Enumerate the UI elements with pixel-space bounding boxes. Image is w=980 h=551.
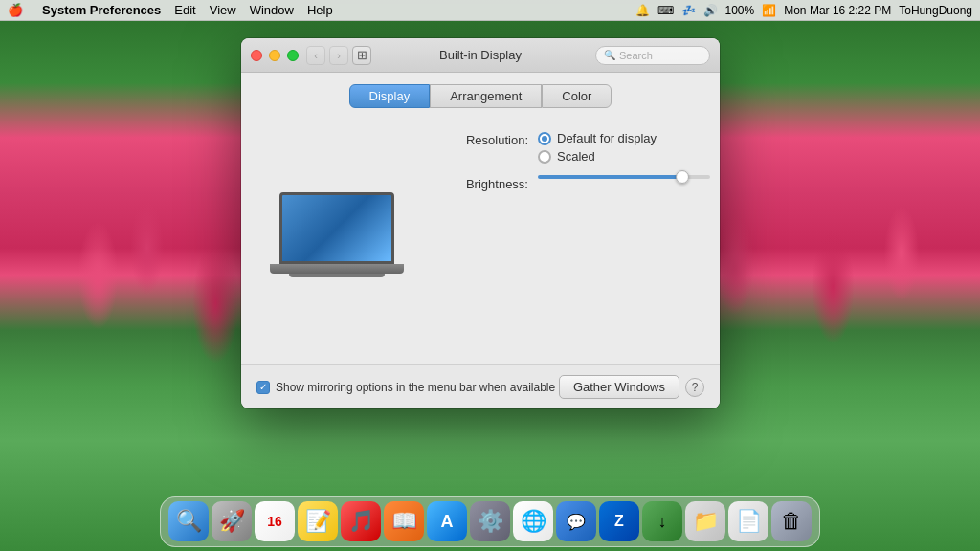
resolution-scaled[interactable]: Scaled: [538, 149, 657, 164]
search-placeholder: Search: [619, 50, 653, 61]
resolution-row: Resolution: Default for display Scaled: [442, 131, 710, 164]
tab-arrangement[interactable]: Arrangement: [430, 84, 542, 108]
brightness-control: [538, 175, 710, 179]
wifi-icon[interactable]: 📶: [762, 4, 776, 17]
help-button[interactable]: ?: [685, 378, 704, 397]
date-time: Mon Mar 16 2:22 PM: [784, 4, 891, 17]
apple-menu[interactable]: 🍎: [8, 3, 23, 17]
traffic-lights: [251, 50, 299, 61]
keyboard-icon: ⌨: [657, 4, 674, 17]
resolution-label: Resolution:: [442, 131, 528, 147]
menu-view[interactable]: View: [210, 3, 236, 17]
dock-zalo[interactable]: Z: [599, 501, 639, 541]
menu-edit[interactable]: Edit: [174, 3, 195, 17]
mirroring-label: Show mirroring options in the menu bar w…: [276, 381, 555, 394]
resolution-default[interactable]: Default for display: [538, 131, 657, 145]
radio-scaled[interactable]: [538, 150, 551, 164]
laptop-base: [270, 264, 404, 274]
laptop-screen: [279, 192, 394, 264]
dock-messenger[interactable]: 💬: [556, 501, 596, 541]
window-footer: ✓ Show mirroring options in the menu bar…: [241, 364, 720, 408]
display-settings: Resolution: Default for display Scaled: [433, 131, 710, 349]
dock-books[interactable]: 📖: [384, 501, 424, 541]
radio-default[interactable]: [538, 132, 551, 145]
radio-dot: [542, 136, 547, 142]
brightness-label: Brightness:: [442, 175, 528, 191]
gather-windows-button[interactable]: Gather Windows: [559, 375, 679, 399]
mirroring-checkbox-row: ✓ Show mirroring options in the menu bar…: [256, 381, 555, 394]
resolution-default-label: Default for display: [557, 131, 657, 145]
display-preview: [260, 131, 413, 349]
tab-bar: Display Arrangement Color: [241, 73, 720, 116]
menubar: 🍎 System Preferences Edit View Window He…: [0, 0, 980, 21]
laptop-stand: [289, 274, 385, 277]
footer-buttons: Gather Windows ?: [559, 375, 704, 399]
dock-music[interactable]: 🎵: [341, 501, 381, 541]
menu-help[interactable]: Help: [307, 3, 333, 17]
dock-trash[interactable]: 🗑: [771, 501, 812, 541]
resolution-options: Default for display Scaled: [538, 131, 657, 164]
username: ToHungDuong: [899, 4, 972, 17]
dock-chrome[interactable]: 🌐: [513, 501, 553, 541]
dock-finder[interactable]: 🔍: [168, 501, 209, 541]
resolution-scaled-label: Scaled: [557, 149, 595, 164]
dock-text[interactable]: 📄: [728, 501, 768, 541]
audio-icon[interactable]: 🔊: [703, 4, 718, 17]
brightness-thumb[interactable]: [676, 170, 689, 184]
search-icon: 🔍: [604, 50, 615, 60]
window-title: Built-in Display: [439, 48, 522, 62]
dock-calendar[interactable]: 16: [255, 501, 295, 541]
dock-appstore[interactable]: A: [427, 501, 467, 541]
dock: 🔍 🚀 16 📝 🎵 📖 A ⚙️ 🌐 💬 Z ↓ 📁 📄 🗑: [160, 496, 820, 547]
dock-notes[interactable]: 📝: [298, 501, 338, 541]
dock-files[interactable]: 📁: [685, 501, 725, 541]
brightness-row: Brightness:: [442, 175, 710, 191]
menu-system-preferences[interactable]: System Preferences: [42, 3, 161, 17]
sleep-icon: 💤: [681, 4, 696, 17]
brightness-slider[interactable]: [538, 175, 710, 179]
titlebar: ‹ › ⊞ Built-in Display 🔍 Search: [241, 38, 720, 73]
system-preferences-window: ‹ › ⊞ Built-in Display 🔍 Search Display …: [241, 38, 720, 408]
menu-window[interactable]: Window: [250, 3, 294, 17]
window-content: Resolution: Default for display Scaled: [241, 116, 720, 364]
notification-icon[interactable]: 🔔: [635, 4, 650, 17]
maximize-button[interactable]: [287, 50, 299, 61]
dock-sysprefs[interactable]: ⚙️: [470, 501, 510, 541]
tab-color[interactable]: Color: [542, 84, 612, 108]
close-button[interactable]: [251, 50, 262, 61]
dock-launchpad[interactable]: 🚀: [212, 501, 252, 541]
dock-downloads[interactable]: ↓: [642, 501, 682, 541]
mirroring-checkbox[interactable]: ✓: [256, 381, 270, 394]
grid-button[interactable]: ⊞: [352, 46, 371, 65]
laptop-image: [270, 192, 404, 288]
battery-percent: 100%: [725, 4, 755, 17]
back-button[interactable]: ‹: [306, 46, 325, 65]
forward-button[interactable]: ›: [329, 46, 348, 65]
search-bar[interactable]: 🔍 Search: [595, 46, 710, 65]
tab-display[interactable]: Display: [349, 84, 431, 108]
minimize-button[interactable]: [269, 50, 280, 61]
